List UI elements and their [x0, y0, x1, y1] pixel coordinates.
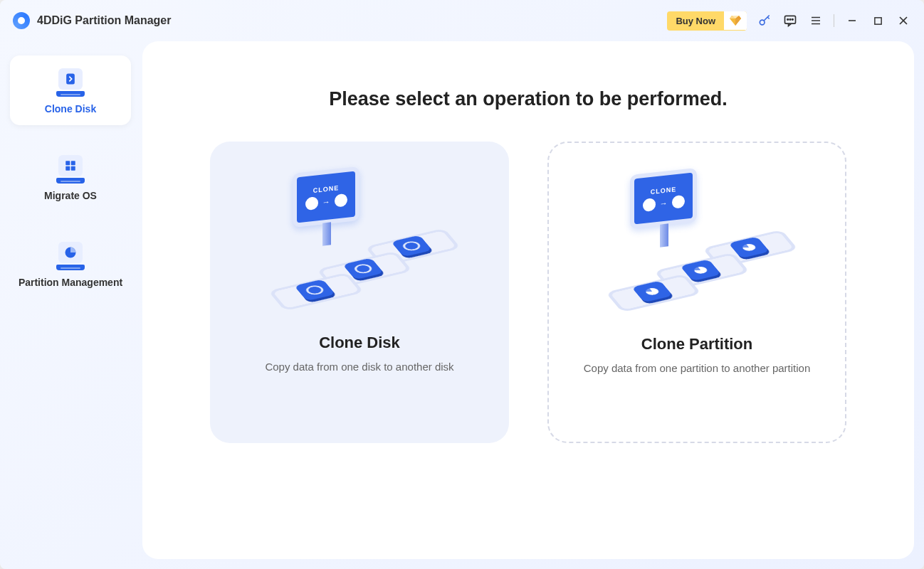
title-left: 4DDiG Partition Manager [13, 12, 171, 29]
app-window: 4DDiG Partition Manager Buy Now [0, 0, 924, 569]
sidebar-item-label: Partition Management [19, 276, 122, 289]
title-right: Buy Now [667, 11, 911, 31]
main-heading: Please select an operation to be perform… [164, 88, 893, 110]
app-logo-icon [13, 12, 30, 29]
menu-icon[interactable] [808, 13, 824, 28]
svg-rect-21 [71, 166, 75, 171]
svg-rect-14 [874, 17, 881, 23]
svg-point-7 [787, 19, 789, 21]
app-title: 4DDiG Partition Manager [37, 14, 171, 27]
sidebar-item-partition-management[interactable]: Partition Management [10, 229, 131, 299]
clone-partition-illustration: CLONE → [604, 166, 789, 322]
buy-now-button[interactable]: Buy Now [667, 11, 747, 31]
sidebar-item-migrate-os[interactable]: Migrate OS [10, 142, 131, 212]
svg-rect-20 [65, 166, 70, 171]
close-button[interactable] [896, 13, 911, 28]
body: Clone Disk Migrate OS Partition Manageme… [0, 41, 924, 569]
svg-rect-17 [66, 74, 75, 85]
partition-management-icon [55, 239, 86, 270]
svg-marker-4 [735, 18, 741, 26]
sidebar-item-label: Clone Disk [45, 102, 96, 115]
card-row: CLONE → Clone Disk Copy data from one di… [164, 142, 893, 443]
card-title: Clone Partition [641, 335, 752, 353]
titlebar: 4DDiG Partition Manager Buy Now [0, 0, 924, 41]
monitor-label: CLONE [313, 184, 340, 194]
diamond-icon [724, 11, 747, 30]
sidebar-item-clone-disk[interactable]: Clone Disk [10, 55, 131, 125]
buy-now-label: Buy Now [667, 11, 724, 31]
svg-rect-19 [71, 161, 75, 165]
feedback-icon[interactable] [782, 13, 798, 28]
clone-disk-icon [55, 65, 86, 97]
card-clone-disk[interactable]: CLONE → Clone Disk Copy data from one di… [210, 142, 509, 443]
minimize-button[interactable] [844, 13, 860, 28]
clone-disk-illustration: CLONE → [267, 164, 452, 321]
maximize-button[interactable] [870, 13, 886, 28]
card-title: Clone Disk [319, 334, 400, 352]
svg-point-5 [760, 20, 765, 25]
card-clone-partition[interactable]: CLONE → Clone Partition Copy data from o… [547, 142, 846, 443]
separator [834, 14, 834, 27]
main-panel: Please select an operation to be perform… [142, 41, 914, 559]
monitor-label: CLONE [651, 186, 677, 196]
svg-rect-18 [65, 161, 70, 165]
card-description: Copy data from one disk to another disk [265, 359, 453, 374]
svg-point-9 [792, 19, 794, 21]
card-description: Copy data from one partition to another … [584, 361, 811, 376]
sidebar: Clone Disk Migrate OS Partition Manageme… [10, 41, 131, 559]
sidebar-item-label: Migrate OS [44, 189, 97, 202]
key-icon[interactable] [757, 13, 772, 28]
migrate-os-icon [55, 152, 86, 184]
svg-point-8 [789, 19, 791, 21]
